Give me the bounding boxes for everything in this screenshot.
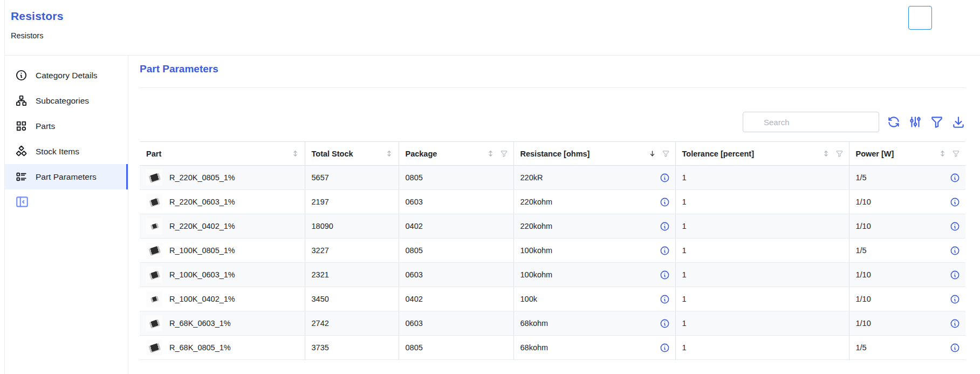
column-label: Total Stock <box>312 149 353 158</box>
column-filter-icon[interactable] <box>662 149 670 158</box>
power-cell: 1/5 <box>849 336 965 360</box>
sort-icon[interactable] <box>385 149 393 158</box>
sitemap-icon <box>15 94 28 107</box>
power-value: 1/5 <box>856 343 867 352</box>
table-header-row: Part Total Stock Package Resistance [ohm… <box>140 142 965 166</box>
sidebar-collapse-icon <box>15 195 29 209</box>
stock-boxes-icon <box>15 145 28 158</box>
table-row[interactable]: R_100K_0805_1% 3227 0805 100kohm 1 1/5 <box>140 239 965 263</box>
power-value: 1/10 <box>856 295 871 303</box>
column-header-total-stock[interactable]: Total Stock <box>305 142 399 166</box>
download-button[interactable] <box>951 115 965 129</box>
sidebar-item-category-details[interactable]: Category Details <box>5 63 128 88</box>
adjustments-icon <box>908 115 922 129</box>
table-row[interactable]: R_220K_0603_1% 2197 0603 220kohm 1 1/10 <box>140 190 965 214</box>
tolerance-cell: 1 <box>675 190 849 214</box>
column-filter-icon[interactable] <box>952 149 960 158</box>
column-label: Tolerance [percent] <box>682 149 755 158</box>
table-row[interactable]: R_68K_0603_1% 2742 0603 68kohm 1 1/10 <box>140 311 965 336</box>
column-header-package[interactable]: Package <box>399 142 513 166</box>
adjustments-button[interactable] <box>908 115 922 129</box>
search-box[interactable] <box>743 112 879 132</box>
sort-descending-icon[interactable] <box>648 149 656 158</box>
resistance-value: 220kohm <box>520 222 553 230</box>
info-icon[interactable] <box>950 318 960 329</box>
sidebar-collapse-button[interactable] <box>15 195 29 209</box>
part-thumbnail <box>146 291 162 307</box>
info-icon[interactable] <box>660 246 670 256</box>
part-cell: R_100K_0805_1% <box>140 239 305 263</box>
part-thumbnail <box>146 315 162 331</box>
sidebar-item-part-parameters[interactable]: Part Parameters <box>5 164 128 189</box>
part-name: R_220K_0805_1% <box>169 173 235 182</box>
column-filter-icon[interactable] <box>835 149 844 158</box>
sort-icon[interactable] <box>291 149 299 158</box>
column-label: Resistance [ohms] <box>520 149 590 158</box>
sort-icon[interactable] <box>486 149 495 158</box>
info-icon[interactable] <box>660 343 670 353</box>
sidebar-item-subcategories[interactable]: Subcategories <box>5 88 128 113</box>
resistance-value: 100kohm <box>520 270 553 279</box>
sort-icon[interactable] <box>938 149 947 158</box>
sidebar-item-label: Category Details <box>36 71 98 80</box>
info-icon[interactable] <box>950 343 960 353</box>
sort-icon[interactable] <box>822 149 830 158</box>
info-icon[interactable] <box>950 173 960 183</box>
column-label: Power [W] <box>856 149 894 158</box>
column-header-part[interactable]: Part <box>140 142 305 166</box>
column-header-resistance-ohms[interactable]: Resistance [ohms] <box>513 142 675 166</box>
sidebar-item-label: Subcategories <box>36 96 89 106</box>
column-header-power-w[interactable]: Power [W] <box>849 142 965 166</box>
resistance-value: 68kohm <box>520 319 549 328</box>
table-row[interactable]: R_220K_0805_1% 5657 0805 220kR 1 1/5 <box>140 166 965 190</box>
power-value: 1/5 <box>856 246 867 255</box>
part-cell: R_220K_0805_1% <box>140 166 305 190</box>
info-icon[interactable] <box>950 221 960 232</box>
power-cell: 1/10 <box>849 214 965 239</box>
power-cell: 1/5 <box>849 239 965 263</box>
part-cell: R_100K_0603_1% <box>140 263 305 287</box>
table-toolbar <box>140 112 965 132</box>
column-filter-icon[interactable] <box>500 149 508 158</box>
resistance-value: 68kohm <box>520 343 549 352</box>
table-row[interactable]: R_220K_0402_1% 18090 0402 220kohm 1 1/10 <box>140 214 965 239</box>
sidebar-item-stock-items[interactable]: Stock Items <box>5 139 128 164</box>
total-stock-cell: 5657 <box>305 166 399 190</box>
info-icon[interactable] <box>660 197 670 207</box>
filter-button[interactable] <box>930 115 944 129</box>
column-header-tolerance-percent[interactable]: Tolerance [percent] <box>675 142 849 166</box>
refresh-button[interactable] <box>887 115 901 129</box>
power-cell: 1/10 <box>849 263 965 287</box>
notifications-button[interactable] <box>908 6 932 30</box>
part-thumbnail <box>146 339 162 356</box>
breadcrumb[interactable]: Resistors <box>11 31 980 40</box>
column-label: Package <box>406 149 437 158</box>
info-icon[interactable] <box>660 318 670 329</box>
table-row[interactable]: R_100K_0603_1% 2321 0603 100kohm 1 1/10 <box>140 263 965 287</box>
info-circle-icon <box>15 69 28 81</box>
info-icon[interactable] <box>950 294 960 304</box>
part-cell: R_68K_0805_1% <box>140 336 305 360</box>
sidebar-item-parts[interactable]: Parts <box>5 113 128 139</box>
info-icon[interactable] <box>660 270 670 280</box>
part-thumbnail <box>146 242 162 259</box>
package-cell: 0603 <box>399 311 513 336</box>
content-area: Category Details Subcategories Parts Sto… <box>5 56 980 374</box>
info-icon[interactable] <box>660 294 670 304</box>
info-icon[interactable] <box>950 270 960 280</box>
package-cell: 0603 <box>399 263 513 287</box>
info-icon[interactable] <box>660 221 670 232</box>
info-icon[interactable] <box>660 173 670 183</box>
table-row[interactable]: R_68K_0805_1% 3735 0805 68kohm 1 1/5 <box>140 336 965 360</box>
overflow-menu-button[interactable] <box>941 9 954 27</box>
info-icon[interactable] <box>950 246 960 256</box>
tolerance-cell: 1 <box>675 336 849 360</box>
resistance-value: 220kR <box>520 173 543 182</box>
search-input[interactable] <box>764 118 874 127</box>
table-row[interactable]: R_100K_0402_1% 3450 0402 100k 1 1/10 <box>140 287 965 311</box>
part-name: R_68K_0805_1% <box>169 343 231 352</box>
total-stock-cell: 3227 <box>305 239 399 263</box>
info-icon[interactable] <box>950 197 960 207</box>
resistance-cell: 68kohm <box>513 311 675 336</box>
header-actions <box>908 6 954 30</box>
